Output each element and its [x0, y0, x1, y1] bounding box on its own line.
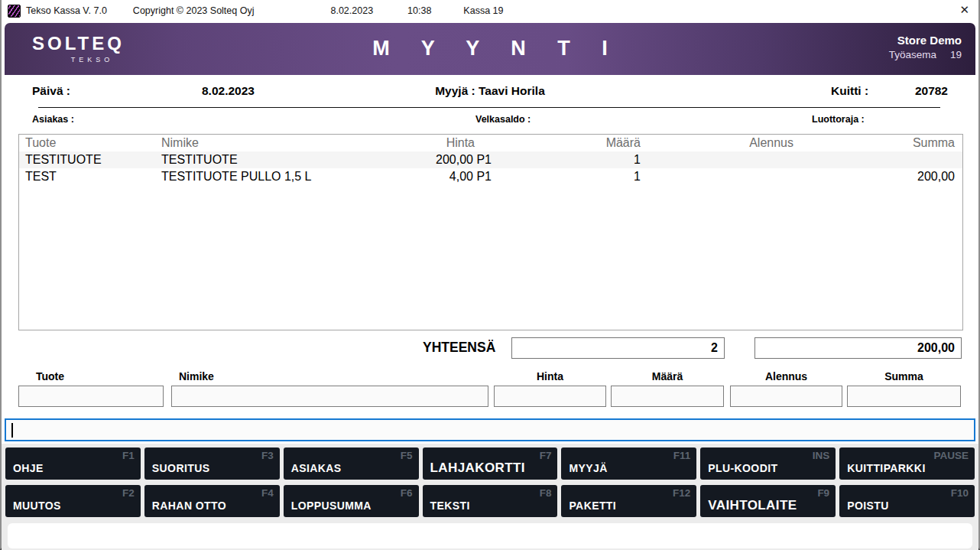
table-cell: 200,00 P1 [362, 153, 492, 167]
price-field[interactable] [494, 386, 606, 407]
table-row[interactable]: TESTITUOTETESTITUOTE200,00 P11 [19, 151, 962, 168]
titlebar-time: 10:38 [407, 5, 431, 16]
fn-button-label: POISTU [847, 500, 889, 512]
total-label: YHTEENSÄ [423, 340, 495, 356]
table-cell: TESTITUOTE PULLO 1,5 L [146, 170, 362, 184]
entry-label-tuote: Tuote [18, 370, 110, 382]
fn-button-suoritus[interactable]: SUORITUSF3 [144, 447, 280, 480]
fn-key-hint: F10 [951, 487, 969, 499]
fn-button-label: TEKSTI [430, 500, 470, 512]
command-input-wrap [2, 418, 978, 444]
app-header: SOLTEQ TEKSO M Y Y N T I Store Demo Työa… [5, 23, 975, 75]
entry-label-nimike: Nimike [171, 370, 278, 382]
sales-table: TuoteNimikeHintaMääräAlennusSumma TESTIT… [18, 134, 963, 330]
receipt-number: 20782 [915, 84, 948, 98]
customer-info-row: Asiakas : Velkasaldo : Luottoraja : [2, 114, 978, 126]
receipt-info-row: Päivä : 8.02.2023 Myyjä : Taavi Horila K… [2, 84, 978, 99]
entry-label-maara: Määrä [611, 370, 724, 382]
debt-balance-label: Velkasaldo : [475, 114, 531, 125]
name-field[interactable] [171, 386, 488, 407]
fn-button-label: PAKETTI [569, 500, 616, 512]
sum-field[interactable] [847, 386, 961, 407]
column-header: Summa [793, 136, 962, 150]
fn-key-hint: INS [813, 450, 830, 461]
fn-key-hint: F7 [540, 450, 552, 461]
table-cell: TESTITUOTE [146, 153, 362, 167]
fn-button-label: SUORITUS [152, 462, 210, 474]
table-cell: 1 [492, 170, 641, 184]
fn-button-rahan-otto[interactable]: RAHAN OTTOF4 [144, 485, 280, 517]
column-header: Alennus [641, 136, 793, 150]
receipt-label: Kuitti : [831, 84, 868, 98]
fn-button-label: PLU-KOODIT [708, 462, 777, 474]
fn-key-hint: F2 [122, 487, 135, 499]
column-header: Tuote [19, 136, 146, 150]
fn-key-hint: F3 [261, 450, 274, 461]
fn-button-lahjakortti[interactable]: LAHJAKORTTIF7 [423, 447, 558, 480]
fn-button-label: OHJE [13, 462, 44, 474]
workstation-number: 19 [950, 49, 962, 60]
store-info: Store Demo Työasema19 [889, 34, 962, 60]
solteq-app-icon [8, 5, 21, 18]
entry-label-alennus: Alennus [730, 370, 842, 382]
credit-limit-label: Luottoraja : [812, 114, 865, 125]
product-field[interactable] [18, 386, 164, 407]
window-title: Tekso Kassa V. 7.0 [26, 5, 107, 16]
quantity-field[interactable] [611, 386, 724, 407]
fn-button-row-1: OHJEF1SUORITUSF3ASIAKASF5LAHJAKORTTIF7MY… [5, 447, 975, 480]
fn-button-muutos[interactable]: MUUTOSF2 [5, 485, 141, 517]
fn-button-kuittiparkki[interactable]: KUITTIPARKKIPAUSE [839, 447, 975, 480]
sales-table-body: TESTITUOTETESTITUOTE200,00 P11TESTTESTIT… [19, 151, 962, 185]
total-sum-box: 200,00 [754, 337, 962, 359]
screen-title: M Y Y N T I [5, 37, 975, 60]
workstation-label: Työasema [889, 49, 936, 60]
fn-button-ohje[interactable]: OHJEF1 [5, 447, 141, 480]
titlebar: Tekso Kassa V. 7.0 Copyright © 2023 Solt… [2, 0, 978, 21]
fn-button-label: MYYJÄ [569, 462, 607, 474]
fn-button-label: VAIHTOLAITE [708, 498, 797, 513]
customer-label: Asiakas : [32, 114, 74, 125]
fn-key-hint: F5 [401, 450, 413, 461]
table-cell: 200,00 [793, 170, 962, 184]
fn-button-label: ASIAKAS [291, 462, 342, 474]
close-icon[interactable]: ✕ [959, 3, 969, 17]
status-bar [8, 523, 972, 548]
table-cell: TEST [19, 170, 146, 184]
table-cell: 4,00 P1 [362, 170, 492, 184]
fn-key-hint: F11 [673, 450, 691, 461]
fn-key-hint: F1 [122, 450, 135, 461]
fn-key-hint: F8 [540, 487, 552, 499]
table-row[interactable]: TESTTESTITUOTE PULLO 1,5 L4,00 P11200,00 [19, 168, 962, 185]
sales-table-header: TuoteNimikeHintaMääräAlennusSumma [19, 135, 962, 151]
fn-button-label: LAHJAKORTTI [430, 461, 525, 476]
fn-button-label: LOPPUSUMMA [291, 500, 372, 512]
fn-button-poistu[interactable]: POISTUF10 [839, 485, 975, 517]
store-name: Store Demo [889, 34, 962, 47]
fn-key-hint: F12 [673, 487, 690, 499]
totals-row: YHTEENSÄ 2 200,00 [2, 337, 978, 359]
entry-label-summa: Summa [847, 370, 961, 382]
fn-button-paketti[interactable]: PAKETTIF12 [561, 485, 696, 517]
fn-button-loppusumma[interactable]: LOPPUSUMMAF6 [284, 485, 419, 517]
fn-button-label: MUUTOS [13, 500, 61, 512]
copyright-text: Copyright © 2023 Solteq Oyj [133, 5, 255, 16]
total-quantity-box: 2 [511, 337, 725, 359]
command-input[interactable] [5, 418, 975, 441]
entry-label-hinta: Hinta [494, 370, 606, 382]
table-cell: 1 [492, 153, 641, 167]
table-cell: TESTITUOTE [19, 153, 146, 167]
fn-key-hint: F9 [817, 487, 829, 499]
fn-button-vaihtolaite[interactable]: VAIHTOLAITEF9 [700, 485, 836, 517]
function-key-area: OHJEF1SUORITUSF3ASIAKASF5LAHJAKORTTIF7MY… [2, 444, 978, 550]
fn-button-myyj-[interactable]: MYYJÄF11 [561, 447, 696, 480]
fn-button-plu-koodit[interactable]: PLU-KOODITINS [700, 447, 836, 480]
fn-key-hint: F4 [261, 487, 274, 499]
fn-button-teksti[interactable]: TEKSTIF8 [423, 485, 558, 517]
sale-area: Päivä : 8.02.2023 Myyjä : Taavi Horila K… [2, 75, 978, 418]
fn-key-hint: F6 [401, 487, 413, 499]
discount-field[interactable] [730, 386, 842, 407]
fn-button-asiakas[interactable]: ASIAKASF5 [284, 447, 419, 480]
column-header: Määrä [492, 136, 641, 150]
titlebar-register: Kassa 19 [463, 5, 503, 16]
workstation-info: Työasema19 [889, 49, 962, 60]
